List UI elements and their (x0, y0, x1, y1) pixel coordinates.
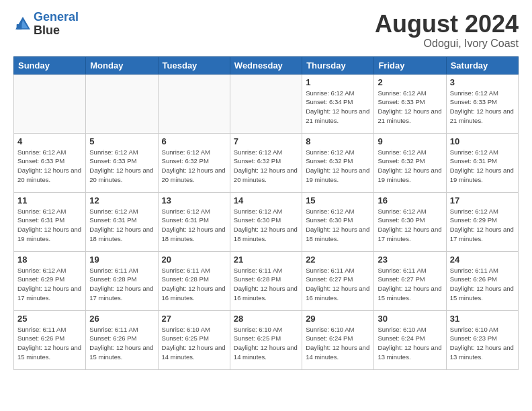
day-info: Sunrise: 6:12 AMSunset: 6:33 PMDaylight:… (17, 148, 82, 185)
day-info: Sunrise: 6:12 AMSunset: 6:32 PMDaylight:… (234, 148, 298, 185)
day-number: 19 (89, 255, 154, 265)
day-cell: 25Sunrise: 6:11 AMSunset: 6:26 PMDayligh… (14, 310, 86, 369)
day-info: Sunrise: 6:12 AMSunset: 6:31 PMDaylight:… (17, 207, 82, 244)
day-number: 6 (162, 136, 226, 146)
day-cell: 30Sunrise: 6:10 AMSunset: 6:24 PMDayligh… (374, 310, 446, 369)
col-header-thursday: Thursday (302, 56, 374, 74)
week-row-4: 25Sunrise: 6:11 AMSunset: 6:26 PMDayligh… (14, 310, 519, 369)
week-row-0: 1Sunrise: 6:12 AMSunset: 6:34 PMDaylight… (14, 74, 519, 133)
day-info: Sunrise: 6:11 AMSunset: 6:27 PMDaylight:… (306, 266, 370, 303)
day-number: 24 (450, 255, 515, 265)
day-info: Sunrise: 6:12 AMSunset: 6:32 PMDaylight:… (378, 148, 442, 185)
day-number: 8 (306, 136, 370, 146)
day-info: Sunrise: 6:11 AMSunset: 6:27 PMDaylight:… (378, 266, 442, 303)
day-number: 14 (234, 195, 298, 205)
day-cell: 5Sunrise: 6:12 AMSunset: 6:33 PMDaylight… (86, 133, 158, 192)
day-cell: 6Sunrise: 6:12 AMSunset: 6:32 PMDaylight… (158, 133, 230, 192)
day-info: Sunrise: 6:12 AMSunset: 6:29 PMDaylight:… (450, 207, 515, 244)
day-cell (230, 74, 302, 133)
day-cell: 3Sunrise: 6:12 AMSunset: 6:33 PMDaylight… (446, 74, 518, 133)
day-info: Sunrise: 6:12 AMSunset: 6:34 PMDaylight:… (306, 89, 370, 126)
day-number: 3 (450, 77, 515, 87)
day-cell: 27Sunrise: 6:10 AMSunset: 6:25 PMDayligh… (158, 310, 230, 369)
col-header-saturday: Saturday (446, 56, 518, 74)
day-cell: 14Sunrise: 6:12 AMSunset: 6:30 PMDayligh… (230, 192, 302, 251)
col-header-friday: Friday (374, 56, 446, 74)
day-info: Sunrise: 6:10 AMSunset: 6:25 PMDaylight:… (162, 325, 226, 362)
col-header-monday: Monday (86, 56, 158, 74)
day-info: Sunrise: 6:11 AMSunset: 6:26 PMDaylight:… (450, 266, 515, 303)
col-header-tuesday: Tuesday (158, 56, 230, 74)
week-row-1: 4Sunrise: 6:12 AMSunset: 6:33 PMDaylight… (14, 133, 519, 192)
day-info: Sunrise: 6:12 AMSunset: 6:33 PMDaylight:… (450, 89, 515, 126)
day-number: 20 (162, 255, 226, 265)
day-info: Sunrise: 6:11 AMSunset: 6:28 PMDaylight:… (162, 266, 226, 303)
day-info: Sunrise: 6:12 AMSunset: 6:32 PMDaylight:… (162, 148, 226, 185)
day-cell: 10Sunrise: 6:12 AMSunset: 6:31 PMDayligh… (446, 133, 518, 192)
day-info: Sunrise: 6:12 AMSunset: 6:29 PMDaylight:… (17, 266, 82, 303)
day-number: 23 (378, 255, 442, 265)
day-info: Sunrise: 6:10 AMSunset: 6:23 PMDaylight:… (450, 325, 515, 362)
day-info: Sunrise: 6:10 AMSunset: 6:25 PMDaylight:… (234, 325, 298, 362)
day-cell: 13Sunrise: 6:12 AMSunset: 6:31 PMDayligh… (158, 192, 230, 251)
day-number: 21 (234, 255, 298, 265)
day-number: 9 (378, 136, 442, 146)
day-number: 27 (162, 314, 226, 324)
day-number: 1 (306, 77, 370, 87)
svg-rect-2 (17, 24, 22, 30)
day-number: 18 (17, 255, 82, 265)
page: GeneralBlue August 2024 Odogui, Ivory Co… (0, 0, 532, 411)
day-cell: 29Sunrise: 6:10 AMSunset: 6:24 PMDayligh… (302, 310, 374, 369)
calendar-table: SundayMondayTuesdayWednesdayThursdayFrid… (13, 56, 519, 370)
day-info: Sunrise: 6:12 AMSunset: 6:30 PMDaylight:… (234, 207, 298, 244)
day-cell: 11Sunrise: 6:12 AMSunset: 6:31 PMDayligh… (14, 192, 86, 251)
day-number: 2 (378, 77, 442, 87)
day-cell: 24Sunrise: 6:11 AMSunset: 6:26 PMDayligh… (446, 251, 518, 310)
day-cell (158, 74, 230, 133)
day-info: Sunrise: 6:11 AMSunset: 6:28 PMDaylight:… (234, 266, 298, 303)
month-title: August 2024 (375, 11, 519, 38)
day-cell: 18Sunrise: 6:12 AMSunset: 6:29 PMDayligh… (14, 251, 86, 310)
day-number: 28 (234, 314, 298, 324)
day-cell: 20Sunrise: 6:11 AMSunset: 6:28 PMDayligh… (158, 251, 230, 310)
day-info: Sunrise: 6:11 AMSunset: 6:28 PMDaylight:… (89, 266, 154, 303)
day-cell: 4Sunrise: 6:12 AMSunset: 6:33 PMDaylight… (14, 133, 86, 192)
day-cell: 31Sunrise: 6:10 AMSunset: 6:23 PMDayligh… (446, 310, 518, 369)
day-info: Sunrise: 6:12 AMSunset: 6:30 PMDaylight:… (378, 207, 442, 244)
day-cell: 17Sunrise: 6:12 AMSunset: 6:29 PMDayligh… (446, 192, 518, 251)
day-info: Sunrise: 6:12 AMSunset: 6:33 PMDaylight:… (89, 148, 154, 185)
location-subtitle: Odogui, Ivory Coast (375, 38, 519, 50)
day-number: 17 (450, 195, 515, 205)
day-info: Sunrise: 6:12 AMSunset: 6:31 PMDaylight:… (162, 207, 226, 244)
day-cell: 8Sunrise: 6:12 AMSunset: 6:32 PMDaylight… (302, 133, 374, 192)
day-info: Sunrise: 6:11 AMSunset: 6:26 PMDaylight:… (89, 325, 154, 362)
logo-name: GeneralBlue (34, 11, 79, 38)
day-info: Sunrise: 6:12 AMSunset: 6:33 PMDaylight:… (378, 89, 442, 126)
day-cell (14, 74, 86, 133)
day-cell: 19Sunrise: 6:11 AMSunset: 6:28 PMDayligh… (86, 251, 158, 310)
day-cell (86, 74, 158, 133)
day-cell: 9Sunrise: 6:12 AMSunset: 6:32 PMDaylight… (374, 133, 446, 192)
week-row-3: 18Sunrise: 6:12 AMSunset: 6:29 PMDayligh… (14, 251, 519, 310)
day-cell: 1Sunrise: 6:12 AMSunset: 6:34 PMDaylight… (302, 74, 374, 133)
day-cell: 2Sunrise: 6:12 AMSunset: 6:33 PMDaylight… (374, 74, 446, 133)
day-number: 13 (162, 195, 226, 205)
day-number: 31 (450, 314, 515, 324)
logo-icon (13, 15, 32, 34)
day-number: 4 (17, 136, 82, 146)
day-number: 29 (306, 314, 370, 324)
day-number: 16 (378, 195, 442, 205)
day-number: 12 (89, 195, 154, 205)
day-info: Sunrise: 6:12 AMSunset: 6:31 PMDaylight:… (89, 207, 154, 244)
col-header-wednesday: Wednesday (230, 56, 302, 74)
title-block: August 2024 Odogui, Ivory Coast (375, 11, 519, 50)
day-cell: 21Sunrise: 6:11 AMSunset: 6:28 PMDayligh… (230, 251, 302, 310)
day-header-row: SundayMondayTuesdayWednesdayThursdayFrid… (14, 56, 519, 74)
day-number: 15 (306, 195, 370, 205)
logo: GeneralBlue (13, 11, 79, 38)
day-cell: 7Sunrise: 6:12 AMSunset: 6:32 PMDaylight… (230, 133, 302, 192)
week-row-2: 11Sunrise: 6:12 AMSunset: 6:31 PMDayligh… (14, 192, 519, 251)
day-number: 11 (17, 195, 82, 205)
day-cell: 22Sunrise: 6:11 AMSunset: 6:27 PMDayligh… (302, 251, 374, 310)
day-cell: 28Sunrise: 6:10 AMSunset: 6:25 PMDayligh… (230, 310, 302, 369)
